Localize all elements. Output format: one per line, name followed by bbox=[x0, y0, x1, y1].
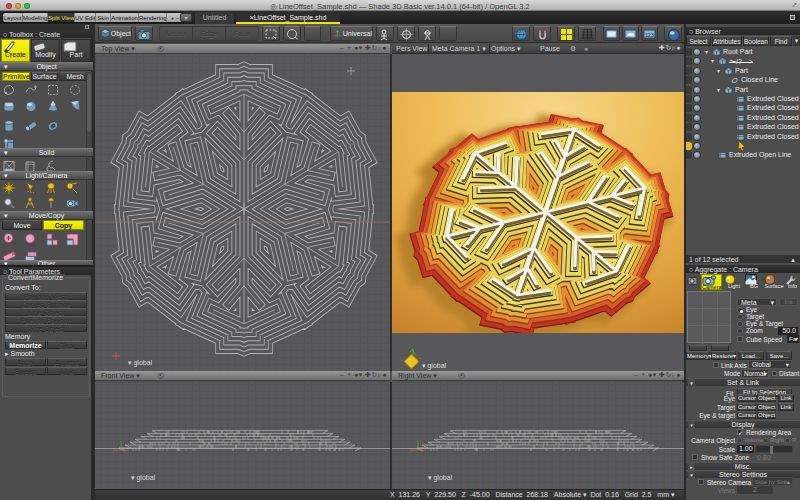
svg-text:▾ global: ▾ global bbox=[131, 474, 156, 482]
svg-text:▾ global: ▾ global bbox=[128, 359, 153, 367]
svg-text:▾ global: ▾ global bbox=[428, 474, 453, 482]
svg-text:123: 123 bbox=[645, 32, 654, 38]
